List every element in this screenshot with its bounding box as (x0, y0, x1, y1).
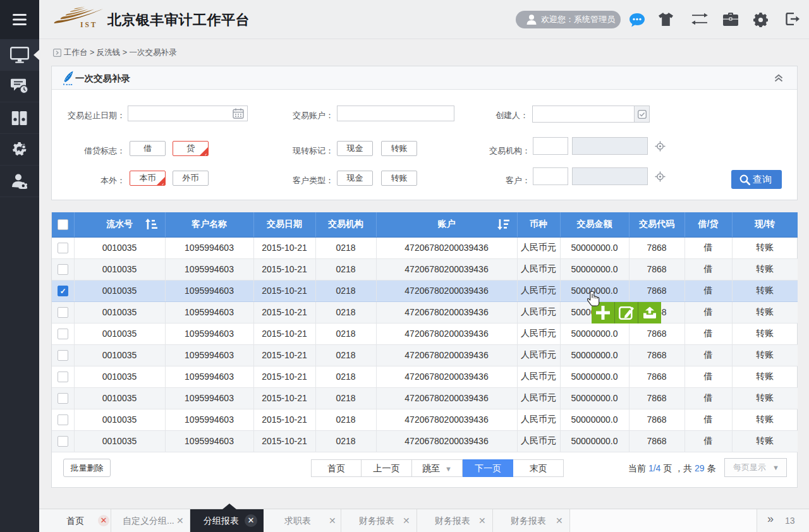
svg-text:IST: IST (80, 21, 98, 28)
